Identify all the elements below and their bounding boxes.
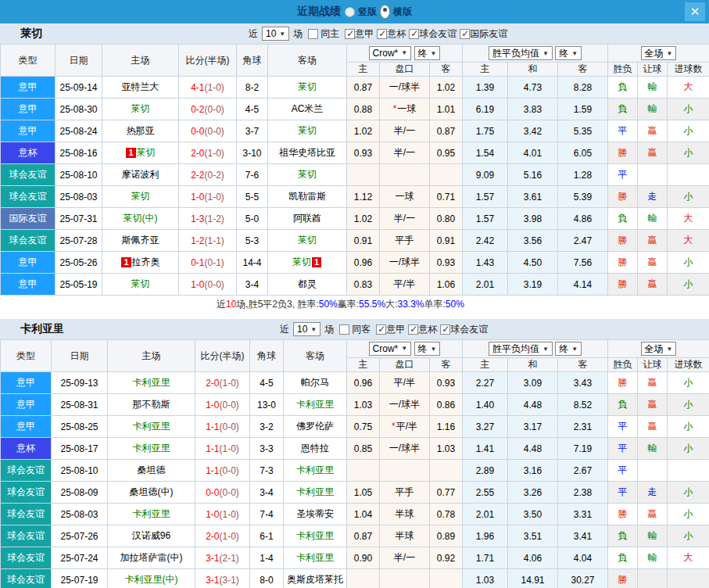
avg-home-cell: 1.75	[463, 120, 508, 142]
handicap-result-cell: 贏	[638, 120, 668, 142]
avg-final-select[interactable]: 终▼	[555, 46, 582, 60]
score-cell: 1-2(1-1)	[179, 230, 237, 252]
match-date-cell: 25-08-25	[52, 416, 108, 438]
odds-company-select[interactable]: Crow*▼	[369, 342, 412, 356]
odds-home-cell: 1.02	[347, 208, 380, 230]
goals-result-cell	[668, 164, 709, 186]
avg-type-select[interactable]: 胜平负均值▼	[489, 46, 553, 60]
goals-result-cell: 小	[668, 142, 709, 164]
league-type-badge: 意甲	[1, 120, 56, 142]
team-name: 奥斯皮塔莱托	[287, 574, 343, 585]
chevron-down-icon: ▼	[401, 345, 407, 352]
league-type-badge: 球会友谊	[1, 164, 56, 186]
league-filter-checkbox[interactable]	[460, 29, 470, 39]
team-name: 凯勒雷斯	[288, 191, 326, 202]
match-scope-select[interactable]: 全场▼	[641, 46, 677, 60]
result-cell: 平	[608, 120, 638, 142]
odds-away-cell: 1.16	[430, 416, 463, 438]
half-score: (0-2)	[205, 170, 224, 181]
avg-draw-cell: 3.98	[508, 208, 558, 230]
score-cell: 0-0(0-0)	[195, 482, 250, 504]
odds-home-cell: 0.96	[347, 252, 380, 274]
avg-away-cell: 8.28	[558, 77, 608, 99]
league-type-badge: 球会友谊	[1, 525, 52, 547]
league-filter-checkbox[interactable]	[376, 324, 386, 335]
home-team-cell: 桑坦德	[108, 460, 195, 482]
odds-home-cell: 0.87	[347, 77, 380, 99]
changed-line-star: *	[392, 421, 396, 432]
league-filter-checkbox[interactable]	[408, 324, 418, 335]
league-filter-checkbox[interactable]	[345, 29, 355, 39]
goals-result-cell: 小	[668, 438, 709, 460]
result-cell: 平	[608, 416, 638, 438]
away-team-cell: 卡利亚里	[284, 460, 347, 482]
col-type: 类型	[1, 45, 56, 77]
horizontal-layout-radio[interactable]	[380, 5, 390, 19]
goals-result-cell: 小	[668, 186, 709, 208]
odds-away-cell: 0.87	[430, 120, 463, 142]
league-filter-checkbox[interactable]	[409, 29, 419, 39]
avg-final-select[interactable]: 终▼	[555, 342, 582, 356]
match-scope-select[interactable]: 全场▼	[641, 342, 677, 356]
stats-summary: 近10场,胜5平2负3, 胜率:50% 赢率:55.5% 大:33.3% 单率:…	[0, 296, 709, 313]
team-name: 卡利亚里	[133, 443, 170, 454]
score-cell: 3-1(2-1)	[195, 547, 250, 569]
recent-count-select[interactable]: 10▼	[262, 27, 289, 41]
odds-final-select[interactable]: 终▼	[414, 46, 441, 60]
team-name: 莱切	[131, 278, 150, 289]
goals-result-cell: 小	[668, 274, 709, 296]
score-cell: 1-0(1-0)	[195, 504, 250, 525]
vertical-layout-radio[interactable]	[345, 7, 355, 17]
match-row: 球会友谊25-08-09桑坦德(中)0-0(0-0)3-4卡利亚里1.05平手0…	[1, 482, 709, 504]
avg-away-cell: 4.04	[558, 547, 608, 569]
handicap-cell: 半/一	[380, 547, 430, 569]
league-filter-checkbox[interactable]	[440, 324, 450, 335]
score-cell: 1-0(0-0)	[179, 274, 237, 296]
score-cell: 2-0(1-0)	[195, 372, 250, 394]
half-score: (3-1)	[220, 575, 239, 586]
full-score: 4-1	[191, 82, 204, 93]
handicap-cell: 一/球半	[380, 438, 430, 460]
handicap-cell: *平/半	[380, 416, 430, 438]
recent-count-select[interactable]: 10▼	[293, 322, 320, 336]
team-name: 圣埃蒂安	[296, 508, 334, 519]
handicap-result-cell	[638, 569, 668, 588]
same-away-label: 同客	[352, 323, 371, 336]
games-label: 场	[324, 323, 334, 336]
team-name: 阿联酋	[293, 213, 321, 224]
avg-type-select[interactable]: 胜平负均值▼	[489, 342, 553, 356]
close-button[interactable]: ✕	[685, 2, 705, 21]
odds-company-select[interactable]: Crow*▼	[369, 46, 412, 60]
league-type-badge: 球会友谊	[1, 482, 52, 504]
home-team-cell: 1拉齐奥	[102, 252, 179, 274]
corner-cell: 5-0	[237, 208, 268, 230]
odds-final-select[interactable]: 终▼	[414, 342, 441, 356]
team-name: 莱切	[298, 81, 317, 92]
match-row: 意甲25-05-261拉齐奥0-1(0-1)14-4莱切10.96一/球半0.9…	[1, 252, 709, 274]
away-team-cell: 恩特拉	[284, 438, 347, 460]
table-header: 类型 日期 主场 比分(半场) 角球 客场 Crow*▼ 终▼ 胜平负均值▼ 终…	[1, 45, 709, 77]
league-filter-checkbox[interactable]	[377, 29, 387, 39]
home-team-cell: 卡利亚里	[108, 438, 195, 460]
match-date-cell: 25-08-16	[56, 142, 102, 164]
handicap-result-cell: 輸	[638, 525, 668, 547]
goals-result-cell: 小	[668, 525, 709, 547]
page-title: 近期战绩	[297, 5, 341, 19]
league-type-badge: 国际友谊	[1, 208, 56, 230]
same-away-checkbox[interactable]	[339, 324, 349, 335]
handicap-cell: 半/一	[380, 208, 430, 230]
league-type-badge: 球会友谊	[1, 186, 56, 208]
recent-results-panel: 近期战绩 竖版 横版 ✕ 莱切 近 10▼ 场 同主 意甲意杯球会友谊国际友谊 …	[0, 0, 709, 588]
home-team-cell: 那不勒斯	[108, 394, 195, 416]
odds-away-cell: 0.80	[430, 208, 463, 230]
match-row: 球会友谊25-08-03莱切1-0(1-0)5-5凯勒雷斯1.12一球0.711…	[1, 186, 709, 208]
col-avg-home: 主	[463, 63, 508, 77]
score-cell: 0-2(0-0)	[179, 99, 237, 120]
avg-away-cell: 3.31	[558, 504, 608, 525]
same-home-checkbox[interactable]	[308, 29, 318, 39]
team-name: 卡利亚里	[296, 552, 334, 563]
match-date-cell: 25-09-14	[56, 77, 102, 99]
avg-away-cell: 7.19	[558, 438, 608, 460]
odds-away-cell: 1.03	[430, 438, 463, 460]
col-result: 胜负	[608, 63, 638, 77]
